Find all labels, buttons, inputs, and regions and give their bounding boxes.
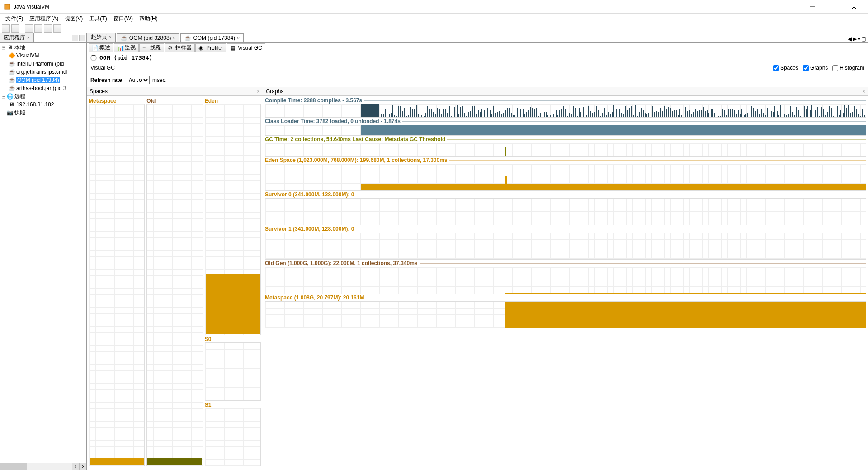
svg-rect-2 xyxy=(831,5,835,9)
tree-item-selected[interactable]: OOM (pid 17384) xyxy=(16,77,60,83)
menu-window[interactable]: 窗口(W) xyxy=(111,14,136,24)
tree-item[interactable]: org.jetbrains.jps.cmdl xyxy=(16,69,67,75)
toolbar-button[interactable] xyxy=(44,24,52,33)
close-icon[interactable]: × xyxy=(109,35,112,40)
threads-icon: ≡ xyxy=(142,45,149,51)
close-icon[interactable]: × xyxy=(173,36,176,41)
close-icon[interactable]: × xyxy=(237,36,240,41)
spaces-title: Spaces xyxy=(90,88,108,95)
toolbar-button[interactable] xyxy=(25,24,33,33)
app-tree[interactable]: ⊟🖥本地 🔶VisualVM ☕IntelliJ Platform (pid ☕… xyxy=(0,43,86,463)
page-title: OOM (pid 17384) xyxy=(99,54,152,61)
tab-next-icon[interactable]: ▶ xyxy=(853,36,857,42)
sidebar-btn[interactable] xyxy=(72,35,78,41)
menu-help[interactable]: 帮助(H) xyxy=(137,14,160,24)
graphs-title: Graphs xyxy=(266,88,283,95)
java-icon: ☕ xyxy=(8,76,15,84)
tab-prev-icon[interactable]: ◀ xyxy=(848,36,852,42)
close-icon[interactable]: × xyxy=(862,88,865,95)
loading-icon xyxy=(90,55,97,61)
tab-start[interactable]: 起始页× xyxy=(87,33,116,42)
tree-item[interactable]: IntelliJ Platform (pid xyxy=(16,61,64,67)
subtab-visualgc[interactable]: ▦Visual GC xyxy=(227,43,265,52)
refresh-select[interactable]: Auto xyxy=(127,76,150,84)
subtab-profiler[interactable]: ◉Profiler xyxy=(195,43,226,52)
menubar: 文件(F) 应用程序(A) 视图(V) 工具(T) 窗口(W) 帮助(H) xyxy=(0,14,868,24)
tab-oom-17384[interactable]: ☕OOM (pid 17384)× xyxy=(180,33,244,42)
tree-item[interactable]: arthas-boot.jar (pid 3 xyxy=(16,85,66,91)
toolbar-button[interactable] xyxy=(2,24,10,33)
tree-item[interactable]: VisualVM xyxy=(16,52,39,59)
close-icon[interactable]: × xyxy=(27,35,30,40)
sampler-icon: ⚙ xyxy=(168,45,174,51)
svg-rect-0 xyxy=(5,4,10,9)
toolbar-button[interactable] xyxy=(53,24,61,33)
host-icon: 🖥 xyxy=(6,44,14,51)
java-icon: ☕ xyxy=(184,35,191,41)
cb-spaces[interactable]: Spaces xyxy=(773,65,798,71)
toolbar xyxy=(0,24,868,33)
profiler-icon: ◉ xyxy=(198,45,205,51)
host-icon: 🖥 xyxy=(8,101,15,108)
menu-tools[interactable]: 工具(T) xyxy=(86,14,109,24)
app-icon xyxy=(4,3,11,10)
sidebar-btn[interactable] xyxy=(79,35,85,41)
tab-menu-icon[interactable]: ▾ xyxy=(858,36,860,42)
menu-app[interactable]: 应用程序(A) xyxy=(27,14,61,24)
subtab-sampler[interactable]: ⚙抽样器 xyxy=(165,43,195,52)
titlebar: Java VisualVM xyxy=(0,0,868,14)
subtab-threads[interactable]: ≡线程 xyxy=(139,43,164,52)
section-title: Visual GC xyxy=(90,65,115,71)
tree-item[interactable]: 192.168.31.182 xyxy=(16,101,54,108)
tree-snapshot[interactable]: 快照 xyxy=(14,109,25,117)
cb-histogram[interactable]: Histogram xyxy=(832,65,864,71)
sidebar-tab[interactable]: 应用程序× xyxy=(0,33,34,42)
toolbar-button[interactable] xyxy=(11,24,19,33)
snapshot-icon: 📷 xyxy=(6,109,14,116)
maximize-button[interactable] xyxy=(823,0,844,14)
sidebar: 应用程序× ⊟🖥本地 🔶VisualVM ☕IntelliJ Platform … xyxy=(0,33,87,470)
menu-view[interactable]: 视图(V) xyxy=(62,14,85,24)
visualgc-icon: ▦ xyxy=(230,45,236,51)
monitor-icon: 📊 xyxy=(117,45,123,51)
java-icon: ☕ xyxy=(121,35,127,41)
close-icon[interactable]: × xyxy=(257,88,260,95)
menu-file[interactable]: 文件(F) xyxy=(3,14,26,24)
vm-icon: 🔶 xyxy=(8,52,15,59)
tab-max-icon[interactable]: ▢ xyxy=(861,36,866,42)
remote-icon: 🌐 xyxy=(6,93,14,100)
cb-graphs[interactable]: Graphs xyxy=(803,65,828,71)
tree-remote[interactable]: 远程 xyxy=(14,93,25,100)
toolbar-button[interactable] xyxy=(34,24,42,33)
subtabs: 📄概述 📊监视 ≡线程 ⚙抽样器 ◉Profiler ▦Visual GC xyxy=(87,43,868,52)
java-icon: ☕ xyxy=(8,68,15,76)
close-button[interactable] xyxy=(844,0,864,14)
subtab-overview[interactable]: 📄概述 xyxy=(89,43,113,52)
subtab-monitor[interactable]: 📊监视 xyxy=(114,43,139,52)
java-icon: ☕ xyxy=(8,60,15,67)
editor-tabs: 起始页× ☕OOM (pid 32808)× ☕OOM (pid 17384)×… xyxy=(87,33,868,43)
tab-oom-32808[interactable]: ☕OOM (pid 32808)× xyxy=(117,33,180,42)
tree-local[interactable]: 本地 xyxy=(14,44,25,52)
refresh-unit: msec. xyxy=(152,77,167,83)
java-icon: ☕ xyxy=(8,85,15,92)
window-title: Java VisualVM xyxy=(14,4,49,10)
sidebar-scrollbar[interactable]: ‹› xyxy=(0,463,86,470)
minimize-button[interactable] xyxy=(802,0,823,14)
refresh-label: Refresh rate: xyxy=(90,77,124,83)
overview-icon: 📄 xyxy=(92,45,98,51)
